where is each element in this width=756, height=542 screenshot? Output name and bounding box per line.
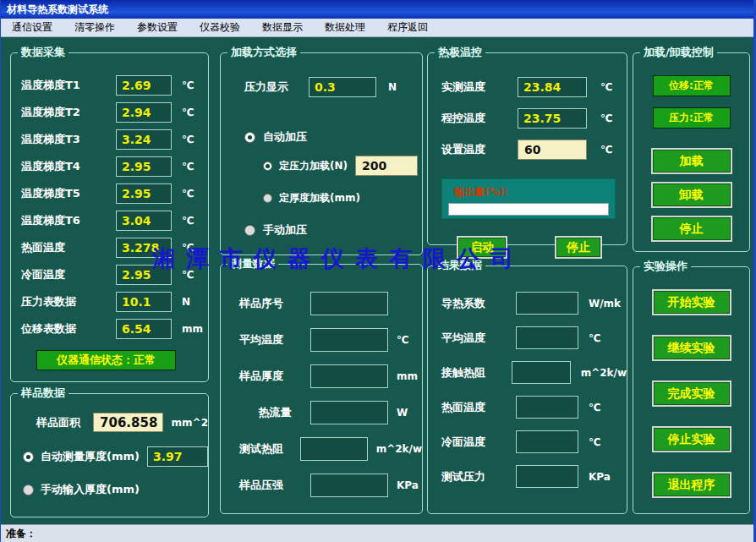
value-display	[310, 328, 388, 352]
radio-label: 定压力加载(N)	[279, 159, 348, 173]
value-display	[310, 401, 388, 424]
pressure-display-row: 压力显示 0.3 N	[244, 77, 422, 97]
menu-item-zero-operation[interactable]: 清零操作	[63, 18, 126, 37]
const-thickness-radio[interactable]	[263, 194, 272, 203]
output-power-label: 输出量(%):	[442, 179, 615, 200]
menu-item-program-return[interactable]: 程序返回	[376, 18, 439, 37]
manual-pressurize-option: 手动加压	[244, 222, 422, 238]
field-label: 接触热阻	[441, 365, 512, 380]
app-window: 材料导热系数测试系统 通信设置 清零操作 参数设置 仪器校验 数据显示 数据处理…	[0, 0, 756, 542]
field-label: 冷面温度	[21, 267, 116, 282]
start-heating-button[interactable]: 启动	[457, 236, 507, 259]
unit-label: KPa	[589, 471, 611, 483]
unit-label: ℃	[600, 81, 613, 93]
panel-title-experiment-operation: 实验操作	[640, 260, 691, 273]
output-power-panel: 输出量(%):	[441, 178, 616, 219]
measurement-row-avg-temp: 平均温度 ℃	[239, 328, 422, 352]
unload-button[interactable]: 卸载	[651, 182, 732, 208]
field-label: 温度梯度T4	[21, 159, 116, 174]
result-row-hot-face-temp: 热面温度 ℃	[441, 396, 627, 419]
sample-area-input[interactable]: 706.858	[93, 413, 163, 432]
measured-temp-row: 实测温度 23.84 ℃	[441, 77, 627, 97]
panel-experiment-operation: 实验操作 开始实验 继续实验 完成实验 停止实验 退出程序	[633, 266, 750, 514]
unit-label: ℃	[182, 107, 194, 118]
field-label: 样品序号	[239, 296, 310, 311]
value-display	[300, 437, 368, 461]
title-bar: 材料导热系数测试系统	[1, 0, 753, 19]
acquisition-row-pressure-gauge: 压力表数据 10.1 N	[21, 292, 208, 312]
value-display: 3.04	[116, 211, 172, 231]
manual-thickness-option: 手动输入厚度(mm)	[23, 482, 208, 497]
stop-experiment-button[interactable]: 停止实验	[652, 426, 731, 452]
unit-label: m^2k/w	[581, 367, 627, 379]
measurement-row-sample-id: 样品序号	[239, 292, 422, 315]
comm-status-badge: 仪器通信状态：正常	[36, 350, 176, 370]
menu-item-parameter-settings[interactable]: 参数设置	[126, 18, 189, 37]
panel-title-hot-pole-control: 热极温控	[435, 46, 485, 59]
unit-label: m^2k/w	[376, 443, 422, 455]
value-display	[516, 292, 578, 315]
panel-title-loading-mode: 加载方式选择	[227, 46, 300, 59]
auto-thickness-option: 自动测量厚度(mm) 3.97	[23, 446, 208, 467]
menu-item-data-display[interactable]: 数据显示	[251, 18, 314, 37]
field-label: 压力显示	[244, 79, 309, 95]
acquisition-row-t5: 温度梯度T5 2.95 ℃	[21, 183, 208, 204]
measurement-row-thermal-resistance: 测试热阻 m^2k/w	[239, 437, 422, 461]
const-pressure-option: 定压力加载(N) 200	[263, 156, 422, 176]
start-experiment-button[interactable]: 开始实验	[652, 289, 731, 315]
load-button[interactable]: 加载	[651, 148, 732, 174]
acquisition-row-hot-face: 热面温度 3.278 ℃	[21, 238, 208, 258]
set-temp-input[interactable]: 60	[518, 140, 587, 160]
manual-pressurize-radio[interactable]	[244, 225, 255, 236]
result-row-conductivity: 导热系数 W/mk	[441, 292, 627, 315]
field-label: 测试压力	[441, 469, 516, 485]
field-label: 程控温度	[441, 111, 518, 126]
auto-pressurize-radio[interactable]	[244, 132, 255, 143]
unit-label: mm^2	[172, 417, 208, 429]
panel-result-data: 结果数据 导热系数 W/mk 平均温度 ℃ 接触热阻 m^2k/w	[427, 266, 627, 514]
const-thickness-option: 定厚度加载(mm)	[263, 191, 422, 205]
menu-item-data-processing[interactable]: 数据处理	[314, 18, 376, 37]
value-display	[516, 396, 578, 419]
sample-area-row: 样品面积 706.858 mm^2	[36, 413, 208, 432]
pressure-status-badge: 压力:正常	[653, 107, 731, 129]
unit-label: mm	[397, 370, 418, 382]
stop-heating-button[interactable]: 停止	[555, 236, 602, 259]
unit-label: ℃	[589, 332, 601, 344]
panel-title-data-acquisition: 数据采集	[18, 46, 68, 59]
menu-bar: 通信设置 清零操作 参数设置 仪器校验 数据显示 数据处理 程序返回	[1, 19, 753, 37]
page-title: 材料导热系数测试系统	[7, 3, 108, 15]
main-area: 湘潭市仪器仪表有限公司 数据采集 温度梯度T1 2.69 ℃ 温度梯度T2 2.…	[2, 37, 751, 524]
finish-experiment-button[interactable]: 完成实验	[652, 380, 731, 407]
unit-label: ℃	[182, 188, 194, 200]
unit-label: ℃	[589, 402, 601, 413]
auto-thickness-radio[interactable]	[23, 452, 34, 463]
const-pressure-radio[interactable]	[263, 162, 272, 171]
unit-label: ℃	[182, 134, 194, 145]
field-label: 位移表数据	[21, 321, 116, 337]
radio-label: 自动测量厚度(mm)	[41, 449, 140, 464]
exit-program-button[interactable]: 退出程序	[652, 472, 731, 498]
field-label: 温度梯度T3	[21, 132, 116, 147]
field-label: 实测温度	[441, 79, 518, 95]
field-label: 压力表数据	[21, 294, 116, 309]
value-display: 2.95	[116, 183, 172, 204]
stop-load-button[interactable]: 停止	[651, 216, 732, 242]
acquisition-row-t6: 温度梯度T6 3.04 ℃	[21, 211, 208, 231]
menu-item-comm-settings[interactable]: 通信设置	[1, 18, 63, 37]
field-label: 样品压强	[239, 478, 310, 493]
acquisition-row-cold-face: 冷面温度 2.95 ℃	[21, 265, 208, 285]
field-label: 温度梯度T5	[21, 186, 116, 201]
field-label: 设置温度	[441, 142, 518, 157]
panel-loading-mode: 加载方式选择 压力显示 0.3 N 自动加压 定压力加载(N) 200	[220, 52, 423, 255]
field-label: 测试热阻	[239, 441, 300, 457]
const-pressure-input[interactable]: 200	[355, 156, 418, 176]
manual-thickness-radio[interactable]	[23, 485, 34, 495]
acquisition-row-t2: 温度梯度T2 2.94 ℃	[21, 102, 208, 123]
field-label: 平均温度	[441, 331, 516, 346]
measurement-row-sample-pressure: 样品压强 KPa	[239, 474, 422, 497]
value-display: 3.24	[116, 129, 172, 150]
continue-experiment-button[interactable]: 继续实验	[652, 335, 731, 361]
menu-item-instrument-calibration[interactable]: 仪器校验	[189, 18, 251, 37]
field-label: 热面温度	[441, 400, 516, 415]
